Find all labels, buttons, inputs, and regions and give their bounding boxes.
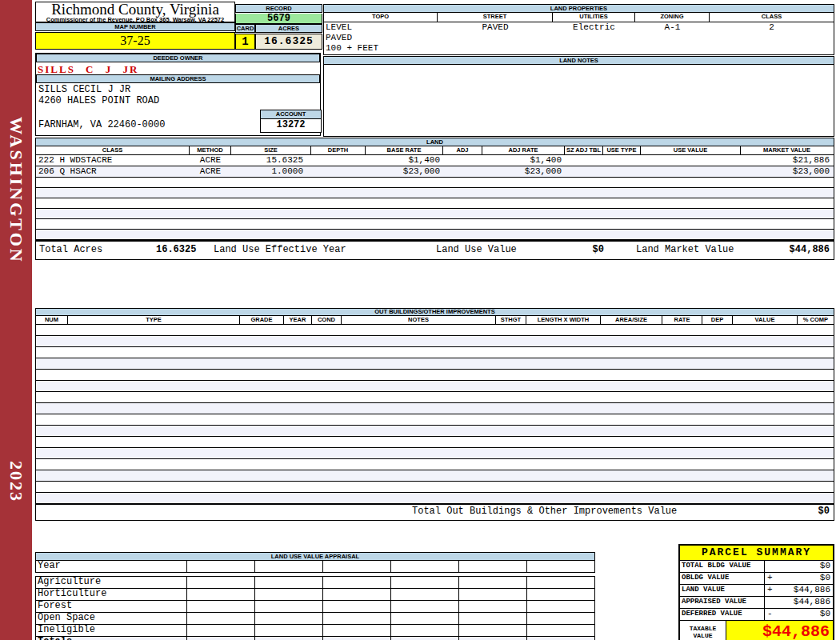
column-header: TYPE xyxy=(68,316,240,324)
table-row: Year xyxy=(35,561,595,573)
column-header: VALUE xyxy=(733,316,798,324)
column-header: AREA/SIZE xyxy=(601,316,662,324)
out-buildings-empty-rows xyxy=(35,325,834,504)
table-row xyxy=(35,370,834,381)
deeded-owner-label: DEEDED OWNER xyxy=(36,54,320,62)
land-market-value-label: Land Market Value xyxy=(636,242,734,258)
column-header: BASE RATE xyxy=(366,146,443,154)
column-header: TOPO xyxy=(324,13,438,22)
table-row: Agriculture xyxy=(35,576,595,589)
table-row xyxy=(35,448,834,459)
out-buildings-total-label: Total Out Buildings & Other Improvements… xyxy=(412,505,677,518)
sidebar-watermark: WASHINGTON xyxy=(6,117,26,264)
table-row: 206 Q HSACR ACRE 1.0000 $23,000 $23,000 … xyxy=(35,166,834,178)
table-row xyxy=(35,426,834,437)
table-row xyxy=(35,470,834,482)
out-buildings-total-value: $0 xyxy=(818,505,830,518)
topo-extra: 100 + FEET xyxy=(324,43,834,54)
table-row xyxy=(35,219,834,230)
map-number-label: MAP NUMBER xyxy=(35,22,235,31)
land-notes-panel: LAND NOTES xyxy=(323,56,834,137)
land-properties-values: LEVEL PAVED Electric A-1 2 PAVED 100 + F… xyxy=(323,22,834,55)
record-label: RECORD xyxy=(235,4,322,13)
column-header: ADJ xyxy=(443,146,482,154)
land-use-appraisal-table: LAND USE VALUE APPRAISAL Year Agricultur… xyxy=(35,552,595,640)
column-header: ZONING xyxy=(635,13,710,22)
account-value: 13272 xyxy=(260,119,322,133)
column-header: CLASS xyxy=(710,13,834,22)
out-buildings-total-row: Total Out Buildings & Other Improvements… xyxy=(35,504,834,521)
record-value: 5679 xyxy=(235,14,322,24)
account-label: ACCOUNT xyxy=(260,110,322,119)
total-acres-label: Total Acres xyxy=(39,242,102,258)
effective-year-label: Land Use Effective Year xyxy=(214,242,346,258)
table-row: Ineligible xyxy=(35,625,595,637)
parcel-summary-title: PARCEL SUMMARY xyxy=(680,546,833,561)
table-row xyxy=(35,336,834,347)
column-header: NUM xyxy=(36,316,68,324)
table-row xyxy=(35,188,834,198)
column-header: % COMP xyxy=(798,316,834,324)
taxable-value-label: TAXABLE VALUE xyxy=(680,621,726,640)
address-line: SILLS CECIL J JR xyxy=(38,84,165,95)
address-line: FARNHAM, VA 22460-0000 xyxy=(38,119,165,130)
column-header: USE TYPE xyxy=(603,146,641,154)
table-row xyxy=(35,325,834,336)
table-row: Totals xyxy=(35,637,595,640)
land-use-value-label: Land Use Value xyxy=(436,242,517,258)
table-row: LAND VALUE +$44,886 xyxy=(680,585,833,597)
column-header: LENGTH X WIDTH xyxy=(526,316,601,324)
table-row xyxy=(35,209,834,219)
land-market-value: $44,886 xyxy=(790,242,830,258)
land-properties-header-row: TOPO STREET UTILITIES ZONING CLASS xyxy=(323,13,834,22)
column-header: RATE xyxy=(662,316,702,324)
sidebar-year: 2023 xyxy=(6,461,26,502)
county-header: Richmond County, Virginia Commissioner o… xyxy=(35,2,235,22)
topo-value: LEVEL xyxy=(324,22,438,33)
table-row xyxy=(35,178,834,188)
column-header: STHGT xyxy=(496,316,526,324)
land-use-value: $0 xyxy=(564,242,604,258)
land-title: LAND xyxy=(35,138,834,146)
land-properties-table: LAND PROPERTIES TOPO STREET UTILITIES ZO… xyxy=(323,4,834,55)
column-header: GRADE xyxy=(240,316,284,324)
table-row: APPRAISED VALUE $44,886 xyxy=(680,597,833,609)
taxable-value: $44,886 xyxy=(726,621,833,640)
column-header: DEP xyxy=(702,316,733,324)
card-label: CARD xyxy=(235,24,255,33)
class-value: 2 xyxy=(710,22,834,33)
table-row xyxy=(35,198,834,209)
out-buildings-header-row: NUM TYPE GRADE YEAR COND NOTES STHGT LEN… xyxy=(35,316,834,325)
table-row: 222 H WDSTACRE ACRE 15.6325 $1,400 $1,40… xyxy=(35,155,834,166)
out-buildings-title: OUT BUILDINGS/OTHER IMPROVEMENTS xyxy=(35,308,834,316)
sidebar-band: WASHINGTON 2023 xyxy=(0,0,32,640)
column-header: NOTES xyxy=(342,316,496,324)
address-line: 4260 HALES POINT ROAD xyxy=(38,95,165,106)
column-header: COND xyxy=(312,316,342,324)
column-header: CLASS xyxy=(36,146,190,154)
table-row xyxy=(35,347,834,358)
column-header: STREET xyxy=(438,13,553,22)
column-header: MARKET VALUE xyxy=(741,146,833,154)
acres-value: 16.6325 xyxy=(255,34,322,50)
street-value: PAVED xyxy=(438,22,553,33)
land-properties-title: LAND PROPERTIES xyxy=(323,4,834,13)
column-header: SZ ADJ TBL xyxy=(565,146,603,154)
card-value: 1 xyxy=(235,34,255,50)
zoning-value: A-1 xyxy=(635,22,710,33)
topo-extra: PAVED xyxy=(324,33,834,43)
column-header: DEPTH xyxy=(311,146,366,154)
parcel-summary-table: PARCEL SUMMARY TOTAL BLDG VALUE $0 OBLDG… xyxy=(678,544,834,640)
map-number-value: 37-25 xyxy=(35,32,235,50)
land-use-appraisal-title: LAND USE VALUE APPRAISAL xyxy=(35,552,595,561)
account-box: ACCOUNT 13272 xyxy=(260,110,322,133)
column-header: METHOD xyxy=(190,146,231,154)
column-header: YEAR xyxy=(284,316,312,324)
table-row: Horticulture xyxy=(35,589,595,601)
table-row xyxy=(35,358,834,370)
mailing-address: SILLS CECIL J JR 4260 HALES POINT ROAD F… xyxy=(38,84,165,130)
table-row xyxy=(35,459,834,470)
utilities-value: Electric xyxy=(553,22,635,33)
taxable-value-row: TAXABLE VALUE $44,886 xyxy=(680,620,833,640)
table-row: TOTAL BLDG VALUE $0 xyxy=(680,561,833,573)
